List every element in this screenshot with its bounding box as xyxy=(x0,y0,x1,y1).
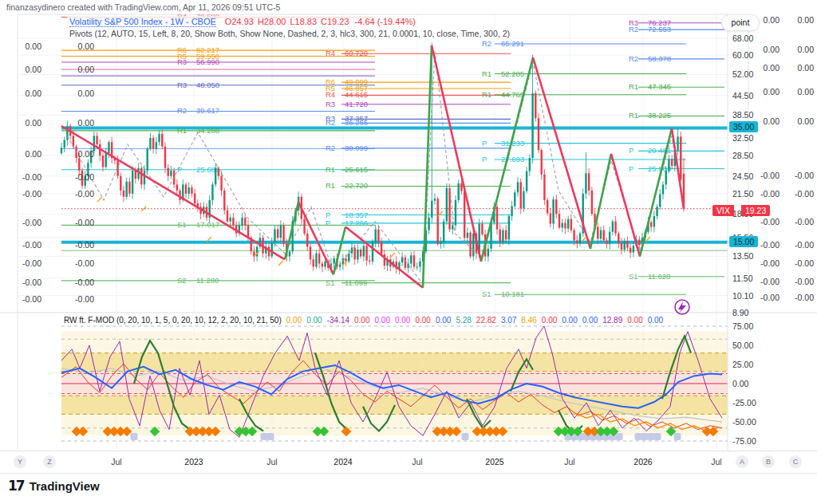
aux-scale-value: 0.00 xyxy=(780,45,814,54)
candle-body xyxy=(244,218,246,226)
candle-body xyxy=(458,183,460,200)
aux-scale-value: -0.00 xyxy=(8,258,41,268)
price-tick: 68.00 xyxy=(732,33,753,43)
candle-body xyxy=(191,187,192,194)
chart-window: finanzasydinero created with TradingView… xyxy=(0,0,817,504)
oscillator-legend[interactable]: RW ft. F-MOD (0, 20, 10, 1, 5, 0, 20, 10… xyxy=(62,315,665,325)
aux-scale-value: -0.00 xyxy=(61,189,94,199)
pivot-label: P xyxy=(326,219,330,227)
candle-body xyxy=(573,230,574,241)
candle-body xyxy=(152,138,154,149)
aux-scale-value: -0.00 xyxy=(746,240,780,250)
zigzag-line xyxy=(432,45,481,262)
signal-square-marker xyxy=(267,433,274,440)
candle-body xyxy=(550,213,551,223)
pivot-value: 11.099 xyxy=(345,278,367,287)
pivot-label: R3 xyxy=(177,81,187,89)
candle-body xyxy=(570,219,572,230)
candle-body xyxy=(464,191,465,238)
candle-body xyxy=(576,240,578,242)
aux-scale-value: -0.00 xyxy=(8,218,41,227)
oscillator-values: 0.000.00-34.140.000.000.000.000.005.2822… xyxy=(282,316,663,325)
candle-body xyxy=(277,230,278,238)
pivot-value: 17.017 xyxy=(196,220,219,229)
aux-scale-value: -0.00 xyxy=(8,278,41,287)
aux-scale-value: -0.00 xyxy=(746,258,780,268)
candle-body xyxy=(460,183,462,191)
time-axis-marker-c[interactable]: C xyxy=(789,455,802,468)
candle-body xyxy=(440,242,441,244)
candle-body xyxy=(523,191,524,208)
oscillator-value: 0.00 xyxy=(306,316,322,325)
oscillator-value: -34.14 xyxy=(327,316,349,325)
candle-body xyxy=(149,138,151,149)
pivot-value: 18.357 xyxy=(345,211,368,219)
candle-body xyxy=(375,230,377,242)
pivot-value: 44.765 xyxy=(501,90,524,99)
change-value: -4.64 (-19.44%) xyxy=(355,17,416,26)
candle-body xyxy=(469,233,471,257)
candle-body xyxy=(624,242,626,250)
pivot-label: R4 xyxy=(326,49,335,57)
oscillator-tick: 0.00 xyxy=(732,379,748,388)
candle-body xyxy=(419,262,420,267)
aux-scale-value: 0.00 xyxy=(8,118,41,128)
candle-body xyxy=(487,249,489,257)
pivot-label: R1 xyxy=(482,90,491,99)
candle-body xyxy=(656,207,657,216)
tradingview-wordmark: TradingView xyxy=(30,479,100,493)
time-axis-marker-y[interactable]: Y xyxy=(14,455,26,468)
pivots-settings-legend[interactable]: Pivots (12, AUTO, 15, Left, 8, 20, Show … xyxy=(67,28,512,39)
candle-body xyxy=(357,250,358,259)
candle-body xyxy=(514,192,515,206)
symbol-title[interactable]: Volatility S&P 500 Index - 1W - CBOE xyxy=(69,17,216,27)
time-axis-marker-b[interactable]: B xyxy=(762,455,775,468)
aux-scale-value: 0.00 xyxy=(780,63,814,73)
candle-body xyxy=(562,223,563,228)
tradingview-logo[interactable]: 17 TradingView xyxy=(8,478,100,494)
signal-square-marker xyxy=(131,433,138,440)
candle-body xyxy=(170,171,172,176)
candle-body xyxy=(618,234,619,243)
candle-body xyxy=(621,243,622,250)
pivot-label: R2 xyxy=(482,39,491,48)
candle-body xyxy=(164,147,166,168)
oscillator-value: 5.28 xyxy=(456,316,471,325)
candle-body xyxy=(543,175,545,200)
price-tick: 8.90 xyxy=(732,308,748,317)
candle-body xyxy=(614,222,616,234)
candle-body xyxy=(64,140,65,148)
candle-body xyxy=(564,223,566,229)
candle-body xyxy=(306,234,308,247)
aux-scale-value: -0.00 xyxy=(8,294,41,304)
candle-body xyxy=(241,218,243,226)
signal-square-marker xyxy=(648,433,655,440)
price-chart-canvas[interactable]: R479.590R662.217R559.550R356.990R348.050… xyxy=(0,0,817,504)
time-axis-marker-z[interactable]: Z xyxy=(43,455,56,468)
candle-body xyxy=(381,242,382,254)
aux-scale-value: 0.00 xyxy=(746,63,780,73)
candle-body xyxy=(360,250,361,257)
candle-body xyxy=(662,184,664,194)
aux-scale-value: 0.00 xyxy=(8,41,41,51)
candle-body xyxy=(78,158,80,171)
pivot-label: P xyxy=(326,211,330,219)
candle-body xyxy=(428,218,429,230)
candle-body xyxy=(446,188,448,222)
aux-scale-value: -0.00 xyxy=(780,171,814,180)
time-axis-marker-a[interactable]: A xyxy=(736,455,748,468)
pivot-label: R2 xyxy=(326,144,335,152)
pivot-value: 56.990 xyxy=(196,57,219,66)
candle-body xyxy=(271,242,273,257)
pivot-label: R1 xyxy=(482,69,491,78)
candle-body xyxy=(315,254,317,267)
candle-body xyxy=(310,246,311,259)
pivot-label: R2 xyxy=(629,25,638,33)
aux-scale-value: -0.00 xyxy=(61,294,94,304)
candle-body xyxy=(176,184,178,191)
candle-body xyxy=(108,142,109,153)
time-axis[interactable]: Jul2023Jul2024Jul2025Jul2026JulYZABC xyxy=(0,451,817,474)
pivot-label: S2 xyxy=(177,276,187,285)
aux-scale-value: -0.00 xyxy=(780,258,814,268)
signal-square-marker xyxy=(674,433,681,440)
